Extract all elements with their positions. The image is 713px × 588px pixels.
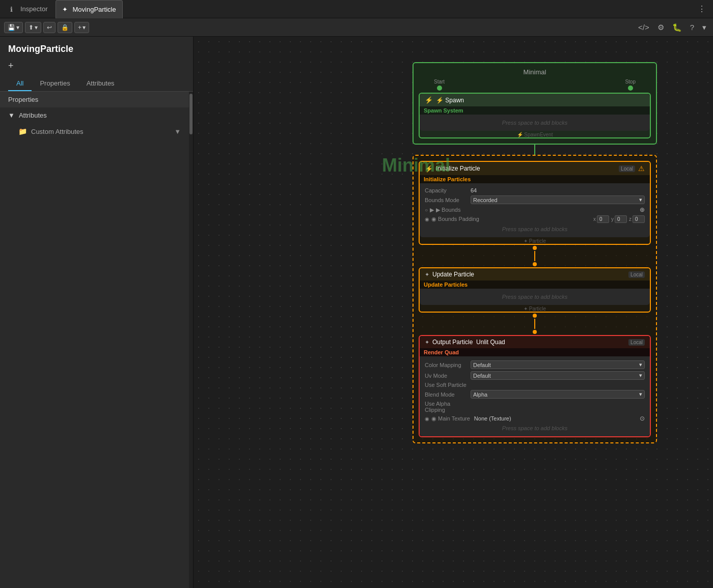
uv-mode-select[interactable]: Default ▾: [471, 371, 645, 380]
output-header-left: ✦ Output Particle Unlit Quad: [425, 339, 505, 346]
main-content: MovingParticle + All Properties Attribut…: [0, 37, 713, 588]
tab-inspector[interactable]: ℹ Inspector: [4, 0, 53, 18]
update-footer: ✦ Particle: [420, 305, 650, 312]
particle-dot-3: [533, 314, 537, 318]
output-header-right: Local: [628, 339, 645, 346]
capacity-row: Capacity 64: [425, 186, 645, 194]
alpha-clipping-label: Use Alpha Clipping: [425, 401, 471, 413]
blend-mode-select[interactable]: Alpha ▾: [471, 390, 645, 399]
z-label: z: [629, 216, 632, 222]
y-label: y: [611, 216, 614, 222]
output-placeholder: Press space to add blocks: [425, 423, 645, 433]
tab-moving-particle[interactable]: ✦ MovingParticle: [56, 0, 122, 18]
bounds-icon: ⊕: [640, 206, 645, 213]
save-button[interactable]: 💾 ▾: [4, 22, 23, 33]
panel-scroll-content: Properties ▼ Attributes 📁 Custom Attribu…: [0, 92, 189, 588]
menu-button[interactable]: ▾: [700, 21, 709, 34]
spawn-body: Press space to add blocks: [420, 115, 650, 131]
main-texture-label: ◉ Main Texture: [431, 415, 470, 422]
tab-inspector-label: Inspector: [20, 5, 47, 13]
uv-mode-arrow: ▾: [639, 372, 642, 379]
init-bolt-icon: ⚡: [425, 165, 433, 173]
uv-mode-label: Uv Mode: [425, 373, 471, 379]
add-icon: +: [78, 24, 81, 31]
spawn-subtitle: Spawn System: [420, 106, 650, 115]
xyz-row: x 0 y 0 z: [593, 215, 645, 223]
spawn-header-left: ⚡ ⚡ Spawn: [425, 96, 464, 104]
output-title: Output Particle Unlit Quad: [432, 339, 505, 346]
lock-button[interactable]: 🔒: [58, 22, 72, 33]
graph-area[interactable]: Minimal Start Stop: [194, 37, 713, 588]
inner-system-box: ⚡ Initialize Particle Local ⚠ Initialize…: [413, 155, 657, 443]
settings-button[interactable]: ⚙: [655, 21, 667, 34]
upload-icon: ⬆: [29, 24, 34, 31]
asset-add-button[interactable]: +: [8, 61, 14, 71]
toolbar: 💾 ▾ ⬆ ▾ ↩ 🔒 + ▾ </> ⚙ 🐛 ? ▾: [0, 18, 713, 37]
moving-particle-icon: ✦: [62, 6, 69, 13]
bounds-padding-row: ◉ ◉ Bounds Padding x 0: [425, 214, 645, 224]
main-texture-value: None (Texture): [474, 415, 640, 422]
attributes-section-header[interactable]: ▼ Attributes: [0, 107, 189, 123]
update-placeholder: Press space to add blocks: [425, 292, 645, 302]
update-subtitle: Update Particles: [420, 281, 650, 289]
undo-button[interactable]: ↩: [43, 22, 56, 33]
texture-target-icon[interactable]: ⊙: [640, 415, 645, 422]
z-value: 0: [633, 215, 645, 223]
custom-attributes-row[interactable]: 📁 Custom Attributes ▼: [0, 123, 189, 139]
z-item: z 0: [629, 215, 645, 223]
bounds-triangle: ▶: [430, 207, 434, 213]
asset-name: MovingParticle: [0, 37, 193, 59]
update-header-right: Local: [628, 271, 645, 278]
tab-bar-left: ℹ Inspector ✦ MovingParticle: [4, 0, 123, 18]
lock-icon: 🔒: [61, 24, 69, 31]
scrollbar-thumb: [189, 94, 193, 134]
init-node: ⚡ Initialize Particle Local ⚠ Initialize…: [419, 161, 651, 245]
particle-dot-2: [533, 262, 537, 266]
bug-button[interactable]: 🐛: [670, 21, 684, 34]
properties-section-header[interactable]: Properties: [0, 92, 189, 107]
init-title: Initialize Particle: [436, 165, 480, 172]
upload-button[interactable]: ⬆ ▾: [25, 22, 41, 33]
blend-mode-row: Blend Mode Alpha ▾: [425, 389, 645, 400]
padding-circle-filled: ◉: [425, 216, 429, 222]
init-header-right: Local ⚠: [619, 164, 645, 173]
bounds-mode-arrow: ▾: [639, 197, 642, 203]
update-node-header: ✦ Update Particle Local: [420, 268, 650, 281]
help-button[interactable]: ?: [688, 21, 697, 33]
x-label: x: [593, 216, 596, 222]
bounds-mode-label: Bounds Mode: [425, 197, 471, 203]
update-header-left: ✦ Update Particle: [425, 271, 474, 278]
graph-scroll: Minimal Start Stop: [413, 62, 657, 443]
connector-v3: [419, 313, 651, 335]
panel-tab-attributes[interactable]: Attributes: [78, 76, 123, 91]
init-placeholder: Press space to add blocks: [425, 224, 645, 234]
vline-3: [534, 319, 535, 329]
bounds-mode-select[interactable]: Recorded ▾: [471, 195, 645, 204]
init-local-badge: Local: [619, 165, 635, 172]
code-button[interactable]: </>: [636, 21, 652, 33]
blend-mode-arrow: ▾: [639, 391, 642, 398]
save-dropdown: ▾: [16, 24, 19, 31]
spawn-node: ⚡ ⚡ Spawn Spawn System Press space to ad…: [419, 93, 651, 138]
soft-particle-row: Use Soft Particle: [425, 381, 645, 389]
color-mapping-label: Color Mapping: [425, 362, 471, 368]
init-node-header: ⚡ Initialize Particle Local ⚠: [420, 162, 650, 175]
particle-dot-1: [533, 246, 537, 250]
tab-moving-particle-label: MovingParticle: [72, 6, 116, 13]
update-node: ✦ Update Particle Local Update Particles…: [419, 267, 651, 313]
particle-dot-4: [533, 330, 537, 334]
scrollbar-track[interactable]: [189, 92, 193, 588]
output-subtitle: Render Quad: [420, 348, 650, 356]
more-options-button[interactable]: ⋮: [695, 2, 709, 16]
color-mapping-arrow: ▾: [639, 361, 642, 368]
panel-tab-all[interactable]: All: [8, 76, 32, 91]
dropdown-arrow-icon: ▼: [174, 128, 181, 135]
connector-v2: [419, 245, 651, 267]
bounds-mode-row: Bounds Mode Recorded ▾: [425, 194, 645, 205]
add-button[interactable]: + ▾: [74, 22, 89, 33]
update-star-icon: ✦: [425, 271, 429, 278]
vline-2: [534, 251, 535, 261]
panel-tab-properties[interactable]: Properties: [32, 76, 78, 91]
inspector-icon: ℹ: [10, 6, 17, 13]
color-mapping-select[interactable]: Default ▾: [471, 360, 645, 369]
